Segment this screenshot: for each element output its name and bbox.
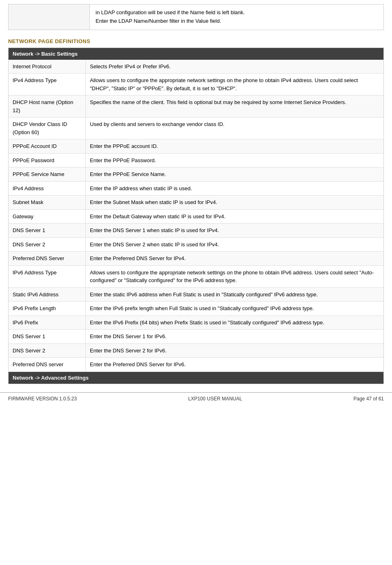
term-cell: Preferred DNS Server <box>9 252 86 266</box>
header-advanced-label: Network -> Advanced Settings <box>9 372 384 384</box>
table-row: IPv4 AddressEnter the IP address when st… <box>9 181 384 196</box>
def-cell: Selects Prefer IPv4 or Prefer IPv6. <box>86 60 384 74</box>
term-cell: DHCP Host name (Option 12) <box>9 96 86 117</box>
def-cell: Enter the DNS Server 2 for IPv6. <box>86 343 384 358</box>
table-row: DHCP Host name (Option 12)Specifies the … <box>9 96 384 117</box>
term-cell: IPv6 Address Type <box>9 265 86 287</box>
definitions-table: Network -> Basic Settings Internet Proto… <box>8 48 384 384</box>
table-row: Preferred DNS serverEnter the Preferred … <box>9 358 384 372</box>
table-row: DNS Server 2Enter the DNS Server 2 when … <box>9 237 384 252</box>
header-basic-label: Network -> Basic Settings <box>9 48 384 60</box>
table-row: Static IPv6 AddressEnter the static IPv6… <box>9 287 384 302</box>
term-cell: IPv4 Address Type <box>9 74 86 96</box>
term-cell: IPv4 Address <box>9 181 86 196</box>
def-cell: Enter the IP address when static IP is u… <box>86 181 384 196</box>
term-cell: Static IPv6 Address <box>9 287 86 302</box>
footer-page: Page 47 of 61 <box>353 396 384 402</box>
def-cell: Specifies the name of the client. This f… <box>86 96 384 117</box>
term-cell: IPv6 Prefix Length <box>9 302 86 316</box>
footer-firmware: FIRMWARE VERSION 1.0.5.23 <box>8 396 77 402</box>
top-reference-box: in LDAP configuration will be used if th… <box>8 4 384 30</box>
def-cell: Enter the PPPoE Password. <box>86 153 384 167</box>
top-line1: in LDAP configuration will be used if th… <box>96 9 245 15</box>
def-cell: Enter the DNS Server 1 when static IP is… <box>86 224 384 238</box>
def-cell: Enter the Preferred DNS Server for IPv6. <box>86 358 384 372</box>
def-cell: Enter the Subnet Mask when static IP is … <box>86 196 384 210</box>
def-cell: Allows users to configure the appropriat… <box>86 265 384 287</box>
term-cell: PPPoE Service Name <box>9 167 86 182</box>
term-cell: DHCP Vendor Class ID (Option 60) <box>9 117 86 139</box>
def-cell: Used by clients and servers to exchange … <box>86 117 384 139</box>
table-row: PPPoE PasswordEnter the PPPoE Password. <box>9 153 384 167</box>
table-row: Preferred DNS ServerEnter the Preferred … <box>9 252 384 266</box>
term-cell: DNS Server 1 <box>9 224 86 238</box>
def-cell: Enter the static IPv6 address when Full … <box>86 287 384 302</box>
footer-manual: LXP100 USER MANUAL <box>188 396 242 402</box>
table-row: GatewayEnter the Default Gateway when st… <box>9 209 384 224</box>
term-cell: IPv6 Prefix <box>9 315 86 330</box>
def-cell: Enter the Default Gateway when static IP… <box>86 209 384 224</box>
term-cell: Gateway <box>9 209 86 224</box>
table-row: DNS Server 2Enter the DNS Server 2 for I… <box>9 343 384 358</box>
term-cell: PPPoE Password <box>9 153 86 167</box>
def-cell: Enter the IPv6 prefix length when Full S… <box>86 302 384 316</box>
table-row: DNS Server 1Enter the DNS Server 1 for I… <box>9 330 384 344</box>
table-header-advanced: Network -> Advanced Settings <box>9 372 384 384</box>
table-row: IPv6 Prefix LengthEnter the IPv6 prefix … <box>9 302 384 316</box>
top-left-placeholder <box>9 4 90 30</box>
def-cell: Enter the DNS Server 2 when static IP is… <box>86 237 384 252</box>
def-cell: Allows users to configure the appropriat… <box>86 74 384 96</box>
term-cell: DNS Server 2 <box>9 237 86 252</box>
def-cell: Enter the IPv6 Prefix (64 bits) when Pre… <box>86 315 384 330</box>
def-cell: Enter the DNS Server 1 for IPv6. <box>86 330 384 344</box>
term-cell: Subnet Mask <box>9 196 86 210</box>
term-cell: PPPoE Account ID <box>9 139 86 154</box>
table-header-basic: Network -> Basic Settings <box>9 48 384 60</box>
term-cell: DNS Server 1 <box>9 330 86 344</box>
table-row: IPv4 Address TypeAllows users to configu… <box>9 74 384 96</box>
table-row: DHCP Vendor Class ID (Option 60)Used by … <box>9 117 384 139</box>
table-row: DNS Server 1Enter the DNS Server 1 when … <box>9 224 384 238</box>
table-row: PPPoE Service NameEnter the PPPoE Servic… <box>9 167 384 182</box>
def-cell: Enter the PPPoE account ID. <box>86 139 384 154</box>
table-row: Internet ProtocolSelects Prefer IPv4 or … <box>9 60 384 74</box>
def-cell: Enter the PPPoE Service Name. <box>86 167 384 182</box>
term-cell: Preferred DNS server <box>9 358 86 372</box>
table-row: Subnet MaskEnter the Subnet Mask when st… <box>9 196 384 210</box>
page-footer: FIRMWARE VERSION 1.0.5.23 LXP100 USER MA… <box>0 392 392 405</box>
term-cell: Internet Protocol <box>9 60 86 74</box>
table-row: PPPoE Account IDEnter the PPPoE account … <box>9 139 384 154</box>
top-right-text: in LDAP configuration will be used if th… <box>90 4 383 30</box>
top-line2: Enter the LDAP Name/Number filter in the… <box>96 18 221 24</box>
table-row: IPv6 PrefixEnter the IPv6 Prefix (64 bit… <box>9 315 384 330</box>
table-row: IPv6 Address TypeAllows users to configu… <box>9 265 384 287</box>
term-cell: DNS Server 2 <box>9 343 86 358</box>
def-cell: Enter the Preferred DNS Server for IPv4. <box>86 252 384 266</box>
section-heading: NETWORK PAGE DEFINITIONS <box>8 38 384 44</box>
